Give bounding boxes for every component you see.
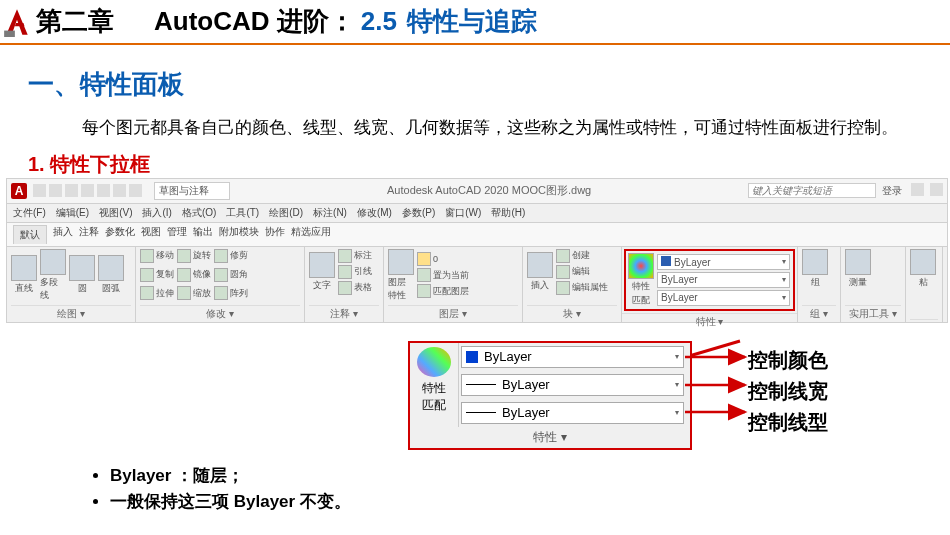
- tab-insert[interactable]: 插入: [53, 225, 73, 244]
- scale-button[interactable]: 缩放: [177, 286, 211, 300]
- cloud-icon[interactable]: [930, 183, 943, 196]
- panel-group-label[interactable]: 组 ▾: [802, 305, 836, 322]
- matchprop-zoom-line2: 匹配: [422, 397, 446, 414]
- menu-window[interactable]: 窗口(W): [445, 206, 481, 220]
- ribbon-tabs[interactable]: 默认 插入 注释 参数化 视图 管理 输出 附加模块 协作 精选应用: [7, 223, 947, 247]
- matchprop-icon[interactable]: [417, 347, 451, 377]
- callout-color: 控制颜色: [748, 347, 828, 374]
- panel-layer-label[interactable]: 图层 ▾: [388, 305, 518, 322]
- text-button[interactable]: 文字: [309, 252, 335, 292]
- qat-new-icon[interactable]: [33, 184, 46, 197]
- qat-save-icon[interactable]: [65, 184, 78, 197]
- tab-parametric[interactable]: 参数化: [105, 225, 135, 244]
- chapter-label: 第二章: [36, 4, 114, 39]
- search-input[interactable]: [748, 183, 876, 198]
- layer-dropdown[interactable]: 0: [417, 252, 469, 266]
- qat-plot-icon[interactable]: [97, 184, 110, 197]
- panel-properties: 特性 匹配 ByLayer▾ ByLayer▾ ByLayer▾ 特性 ▾: [622, 247, 798, 322]
- fillet-button[interactable]: 圆角: [214, 268, 248, 282]
- menu-tools[interactable]: 工具(T): [226, 206, 259, 220]
- tab-default[interactable]: 默认: [13, 225, 47, 244]
- array-button[interactable]: 阵列: [214, 286, 248, 300]
- mirror-button[interactable]: 镜像: [177, 268, 211, 282]
- qat-undo-icon[interactable]: [113, 184, 126, 197]
- group-button[interactable]: 组: [802, 249, 828, 289]
- edit-block-button[interactable]: 编辑: [556, 265, 608, 279]
- qat-saveas-icon[interactable]: [81, 184, 94, 197]
- zoom-foot-label[interactable]: 特性 ▾: [410, 427, 690, 448]
- create-block-button[interactable]: 创建: [556, 249, 608, 263]
- circle-button[interactable]: 圆: [69, 255, 95, 295]
- svg-rect-0: [4, 30, 15, 36]
- panel-layer: 图层 特性 0 置为当前 匹配图层 图层 ▾: [384, 247, 523, 322]
- qat-redo-icon[interactable]: [129, 184, 142, 197]
- copy-button[interactable]: 复制: [140, 268, 174, 282]
- tab-output[interactable]: 输出: [193, 225, 213, 244]
- zoom-color-dropdown[interactable]: ByLayer▾: [461, 346, 684, 368]
- zoom-linetype-dropdown[interactable]: ByLayer▾: [461, 402, 684, 424]
- stretch-button[interactable]: 拉伸: [140, 286, 174, 300]
- layerprop-button[interactable]: 图层 特性: [388, 249, 414, 302]
- zoom-lineweight-dropdown[interactable]: ByLayer▾: [461, 374, 684, 396]
- panel-block: 插入 创建 编辑 编辑属性 块 ▾: [523, 247, 622, 322]
- tab-view[interactable]: 视图: [141, 225, 161, 244]
- login-label[interactable]: 登录: [882, 184, 902, 198]
- autocad-ribbon: A 草图与注释 Autodesk AutoCAD 2020 MOOC图形.dwg…: [6, 178, 948, 323]
- table-button[interactable]: 表格: [338, 281, 372, 295]
- leader-button[interactable]: 引线: [338, 265, 372, 279]
- matchlayer-button[interactable]: 匹配图层: [417, 284, 469, 298]
- menu-edit[interactable]: 编辑(E): [56, 206, 89, 220]
- title-subtopic: 特性与追踪: [407, 4, 537, 39]
- tab-manage[interactable]: 管理: [167, 225, 187, 244]
- menu-file[interactable]: 文件(F): [13, 206, 46, 220]
- panel-draw-label[interactable]: 绘图 ▾: [11, 305, 131, 322]
- title-black: AutoCAD 进阶：: [154, 4, 355, 39]
- setcurrent-button[interactable]: 置为当前: [417, 268, 469, 282]
- matchprop-button[interactable]: 特性 匹配: [628, 253, 654, 307]
- menu-bar[interactable]: 文件(F) 编辑(E) 视图(V) 插入(I) 格式(O) 工具(T) 绘图(D…: [7, 204, 947, 223]
- menu-help[interactable]: 帮助(H): [491, 206, 525, 220]
- linetype-dropdown[interactable]: ByLayer▾: [657, 290, 790, 306]
- panel-annotate-label[interactable]: 注释 ▾: [309, 305, 379, 322]
- paste-button[interactable]: 粘: [910, 249, 936, 289]
- qat-open-icon[interactable]: [49, 184, 62, 197]
- menu-modify[interactable]: 修改(M): [357, 206, 392, 220]
- menu-insert[interactable]: 插入(I): [142, 206, 171, 220]
- trim-button[interactable]: 修剪: [214, 249, 248, 263]
- menu-format[interactable]: 格式(O): [182, 206, 216, 220]
- insert-button[interactable]: 插入: [527, 252, 553, 292]
- title-number: 2.5: [361, 6, 397, 37]
- tab-annotate[interactable]: 注释: [79, 225, 99, 244]
- panel-properties-label[interactable]: 特性 ▾: [622, 313, 797, 330]
- menu-draw[interactable]: 绘图(D): [269, 206, 303, 220]
- panel-clipboard: 粘: [906, 247, 943, 322]
- line-button[interactable]: 直线: [11, 255, 37, 295]
- intro-paragraph: 每个图元都具备自己的颜色、线型、线宽、几何数据等，这些称之为属性或特性，可通过特…: [48, 114, 922, 143]
- edit-attr-button[interactable]: 编辑属性: [556, 281, 608, 295]
- help-icon[interactable]: [911, 183, 924, 196]
- rotate-button[interactable]: 旋转: [177, 249, 211, 263]
- panel-block-label[interactable]: 块 ▾: [527, 305, 617, 322]
- menu-param[interactable]: 参数(P): [402, 206, 435, 220]
- move-button[interactable]: 移动: [140, 249, 174, 263]
- panel-utility-label[interactable]: 实用工具 ▾: [845, 305, 901, 322]
- measure-button[interactable]: 测量: [845, 249, 871, 289]
- menu-dim[interactable]: 标注(N): [313, 206, 347, 220]
- tab-featured[interactable]: 精选应用: [291, 225, 331, 244]
- tab-addins[interactable]: 附加模块: [219, 225, 259, 244]
- callout-lineweight: 控制线宽: [748, 378, 828, 405]
- workspace-dropdown[interactable]: 草图与注释: [154, 182, 230, 200]
- polyline-button[interactable]: 多段线: [40, 249, 66, 302]
- panel-modify-label[interactable]: 修改 ▾: [140, 305, 300, 322]
- properties-zoom-panel: 特性 匹配 ByLayer▾ ByLayer▾ ByLayer▾ 特性 ▾: [408, 341, 692, 450]
- quick-access-toolbar[interactable]: [33, 184, 142, 197]
- note-item-2: 一般保持这三项 Bylayer 不变。: [110, 490, 430, 513]
- callout-linetype: 控制线型: [748, 409, 828, 436]
- arc-button[interactable]: 圆弧: [98, 255, 124, 295]
- menu-view[interactable]: 视图(V): [99, 206, 132, 220]
- app-menu-button[interactable]: A: [11, 183, 27, 199]
- dim-button[interactable]: 标注: [338, 249, 372, 263]
- color-dropdown[interactable]: ByLayer▾: [657, 254, 790, 270]
- lineweight-dropdown[interactable]: ByLayer▾: [657, 272, 790, 288]
- tab-collab[interactable]: 协作: [265, 225, 285, 244]
